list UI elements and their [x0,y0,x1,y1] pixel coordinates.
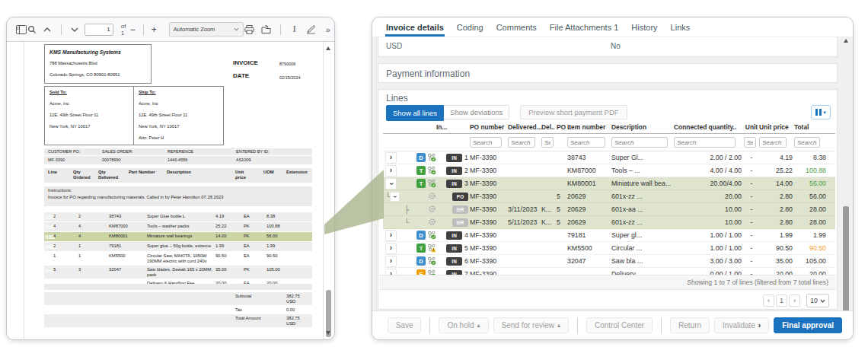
scroll-up-arrow[interactable] [844,39,848,43]
invoice-company-address1: 788 Massachusetts Blvd [49,61,151,66]
item-extension: 56.00 [266,232,296,241]
open-file-icon[interactable] [260,24,273,36]
more-tools-icon[interactable]: » [322,24,334,36]
column-search-input[interactable] [470,137,502,148]
page-size-select[interactable]: 10 [806,294,829,307]
po2-cell: 5 [557,218,567,226]
tab-coding[interactable]: Coding [456,23,484,37]
draw-tool-icon[interactable] [305,24,318,36]
line-row[interactable]: ›DIN4MF-339079181Super gl...1.00 / 1.00-… [383,229,835,242]
column-search-input[interactable] [759,137,787,148]
column-search-input[interactable] [611,137,668,148]
invalidate-button[interactable]: Invalidate› [714,317,769,333]
scroll-up-arrow[interactable] [326,46,330,50]
column-header-8[interactable]: Description [611,123,674,131]
column-header-5[interactable]: Del.. [541,123,557,131]
on-hold-button[interactable]: On hold▴ [439,317,488,333]
zoom-level-select[interactable]: Automatic Zoom [169,22,244,37]
item-extension: 100.88 [266,222,296,231]
line-row[interactable]: ›DIN1MF-339038743Super Gl...2.00 / 2.00-… [383,151,835,164]
pdf-vertical-scrollbar[interactable] [325,42,332,339]
line-subrow[interactable]: ├GRMF-33903/11/2023K...520629601x-aa ...… [383,203,835,216]
show-all-lines-button[interactable]: Show all lines [386,105,444,121]
item-part-number: 32047 [109,266,147,279]
item-qty-ordered: 1 [53,252,78,265]
line-row[interactable]: ›TIN2MF-3390KM87000Tools – ...4.00 / 4.0… [383,164,835,177]
page-up-icon[interactable] [42,24,53,36]
app-scrollbar-thumb[interactable] [843,206,849,317]
column-search-input[interactable] [508,137,535,148]
expand-row-button[interactable]: › [385,165,397,177]
tab-links[interactable]: Links [670,23,691,37]
column-header-12[interactable]: Total [794,123,828,131]
expand-row-button[interactable]: › [385,256,397,267]
collapse-row-button[interactable]: › [390,192,400,202]
current-page-button[interactable]: 1 [776,294,787,307]
tab-invoice-details[interactable]: Invoice details [385,23,445,37]
search-icon[interactable] [27,24,37,36]
tab-file-attachments-1[interactable]: File Attachments 1 [549,23,620,37]
tab-comments[interactable]: Comments [496,23,538,37]
zoom-in-icon[interactable]: + [152,26,157,33]
line-number: 4 [464,231,468,239]
page-right-edge [323,42,324,339]
column-header-4[interactable]: Delivered... [508,123,541,131]
control-center-button[interactable]: Control Center [586,317,653,333]
text-tool-icon[interactable]: I [289,24,301,36]
line-row[interactable]: ›TIN3MF-3390KM80001Miniature wall bea...… [383,177,835,190]
expand-row-button[interactable]: › [385,243,397,254]
prev-page-button[interactable]: ‹ [763,294,774,307]
expand-row-button[interactable]: › [385,230,397,241]
unit-cell: - [744,231,759,239]
item-number-cell: 38743 [567,154,611,161]
sold-to-label: Sold To: [49,90,133,95]
column-header-2[interactable]: In... [436,123,470,131]
expand-row-button[interactable]: › [385,152,397,164]
column-search-input[interactable] [567,137,605,148]
line-subrow[interactable]: └GRMF-33905/11/2023K...520629601x-zz ...… [383,216,835,229]
line-row[interactable]: ›DIN6MF-339032047Saw bla ...3.00 / 3.00-… [383,255,835,268]
line-subrow[interactable]: └›POMF-3390520629601x-zz ...20.00-2.8056… [383,190,835,203]
sidebar-toggle-icon[interactable] [16,24,27,36]
collapse-row-button[interactable]: › [385,178,397,189]
final-approval-button[interactable]: Final approval [774,317,842,333]
column-header-10[interactable]: Unit [744,123,759,131]
save-button[interactable]: Save [388,317,422,333]
item-description: Saw blades, Dewalt 165 x 20MM, pack [147,266,215,279]
column-header-3[interactable]: PO number [470,123,508,131]
action-divider [429,317,430,334]
column-settings-button[interactable]: ▾ [811,105,831,119]
column-header-6[interactable]: PO .. [557,123,567,131]
next-page-button[interactable]: › [789,294,800,307]
column-search-input[interactable] [744,137,756,148]
stage-badge-po: PO [452,193,468,201]
preview-short-payment-pdf-button[interactable]: Preview short payment PDF [520,105,627,119]
column-header-9[interactable]: Connected quantity.. [674,123,744,131]
tab-history[interactable]: History [630,23,658,37]
item-qty-ordered: 4 [53,232,78,241]
item-part-number: KM87000 [109,222,147,231]
column-header-11[interactable]: Unit price [759,123,794,131]
invoice-meta-headers: CUSTOMER PO:SALES ORDER:REFERENCEENTERED… [44,148,312,155]
column-search-input[interactable] [794,137,820,148]
column-search-input[interactable] [674,137,736,148]
item-number-cell: 20629 [567,205,611,213]
column-header-7[interactable]: Item number [567,123,611,131]
scroll-down-arrow[interactable] [326,331,330,335]
line-row[interactable]: ›TIN5MF-3390KM5500Circular ...1.00 / 1.0… [383,242,835,255]
column-search-input[interactable] [541,137,554,148]
po-number-cell: MF-3390 [470,257,508,265]
connected-quantity-cell: 2.00 / 2.00 [674,154,744,161]
print-icon[interactable] [244,24,256,36]
stage-badge-in: IN [446,244,462,253]
unit-price-cell: 25.22 [759,167,794,174]
page-number-input[interactable] [85,24,113,36]
page-down-icon[interactable] [69,24,79,36]
send-for-review-button[interactable]: Send for review▴ [493,317,570,333]
connected-quantity-cell: 1.00 / 1.00 [674,244,744,252]
return-button[interactable]: Return [670,317,710,333]
app-vertical-scrollbar[interactable] [842,37,850,335]
pdf-scrollbar-thumb[interactable] [326,290,331,337]
zoom-out-icon[interactable]: − [130,26,136,33]
show-deviations-button[interactable]: Show deviations [444,105,509,119]
